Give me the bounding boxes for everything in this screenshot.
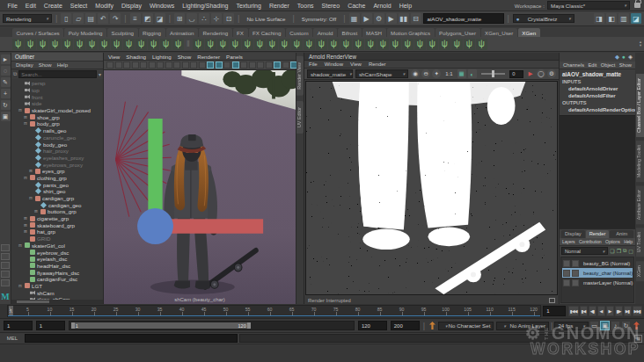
bookmarks-icon[interactable] <box>132 62 139 69</box>
play-backwards-icon[interactable]: ◀ <box>597 306 605 316</box>
pause-ipr-icon[interactable]: ⊖ <box>421 69 430 78</box>
expand-toggle-icon[interactable]: ⊟ <box>28 196 33 200</box>
outliner-item[interactable]: ⊞buttons_grp <box>11 208 103 215</box>
xgen-shelf-tool-icon[interactable]: ψ <box>414 39 426 50</box>
expand-toggle-icon[interactable]: ⊞ <box>23 115 28 119</box>
outliner-item[interactable]: ⊟skaterGirl_col <box>11 243 103 250</box>
range-slider-track[interactable]: 1 120 <box>69 321 355 330</box>
xgen-shelf-tool-icon[interactable]: ψ <box>267 39 278 50</box>
shelf-tab-arnold[interactable]: Arnold <box>313 28 337 37</box>
film-gate-icon[interactable] <box>173 62 180 69</box>
menu-cache[interactable]: Cache <box>344 3 370 9</box>
sidebar-tab-modeling-toolkit[interactable]: Modeling Toolkit <box>636 141 644 182</box>
outliner-item[interactable]: body_geo <box>11 141 103 148</box>
shelf-tab-fx[interactable]: FX <box>233 28 248 37</box>
xgen-shelf-tool-icon[interactable]: ψ <box>49 39 61 50</box>
viewport-menu-show[interactable]: Show <box>178 54 191 60</box>
expand-toggle-icon[interactable]: ⊟ <box>23 121 28 126</box>
shelf-tab-bifrost[interactable]: Bifrost <box>338 28 362 37</box>
outliner-item[interactable]: ⊞cigarette_grp <box>11 215 103 222</box>
outliner-item[interactable]: ⊞shoe_grp <box>11 113 103 120</box>
undo-icon[interactable]: ↶ <box>98 13 108 24</box>
layer-editor-menu-options[interactable]: Options <box>605 239 619 244</box>
xgen-shelf-tool-icon[interactable]: ψ <box>160 39 172 50</box>
shelf-tab-rendering[interactable]: Rendering <box>199 28 232 37</box>
xgen-shelf-tool-icon[interactable]: ψ <box>377 39 389 50</box>
xgen-shelf-tool-icon[interactable]: ψ <box>476 39 487 50</box>
outliner-item[interactable]: persp <box>11 80 103 87</box>
shadows-icon[interactable] <box>240 62 247 69</box>
new-layer-icon[interactable]: ❏ <box>610 248 614 254</box>
xgen-shelf-tool-icon[interactable]: ψ <box>193 39 204 50</box>
layout-single-pane-icon[interactable] <box>1 244 10 251</box>
mute-icon[interactable]: ♪ <box>611 321 620 330</box>
shelf-tab-sculpting[interactable]: Sculpting <box>107 28 137 37</box>
xgen-shelf-tool-icon[interactable]: ψ <box>62 39 73 50</box>
outliner-item[interactable]: pants_geo <box>11 181 103 188</box>
renderview-menu-window[interactable]: Window <box>325 62 343 67</box>
grease-pencil-icon[interactable] <box>157 62 164 69</box>
outliner-item[interactable]: nails_geo <box>11 127 103 134</box>
empty-layer-icon[interactable]: ▢ <box>628 248 633 254</box>
xgen-shelf-tool-icon[interactable]: ψ <box>205 39 216 50</box>
animation-end-field[interactable]: 200 <box>391 321 420 330</box>
shelf-scroll-arrows[interactable]: ▲▼ <box>639 40 642 47</box>
viewport-menu-view[interactable]: View <box>108 54 120 60</box>
move-tool-icon[interactable]: + <box>1 89 11 98</box>
menu-render[interactable]: Render <box>265 3 293 9</box>
shelf-tab-fx-caching[interactable]: FX Caching <box>249 28 285 37</box>
render-image[interactable] <box>305 81 558 295</box>
outliner-item[interactable]: ⊟LGT <box>11 283 103 290</box>
layout-split-tb-icon[interactable] <box>1 271 10 278</box>
layout-outliner-persp-icon[interactable] <box>1 279 10 286</box>
expand-toggle-icon[interactable]: ⊞ <box>33 209 39 214</box>
play-forwards-icon[interactable]: ▶ <box>606 306 614 316</box>
zoom-ratio-button[interactable]: 1:1 <box>443 71 454 76</box>
safe-action-icon[interactable] <box>207 62 214 69</box>
menu-edit[interactable]: Edit <box>21 3 40 9</box>
outliner-item[interactable]: top <box>11 87 103 94</box>
snap-curve-icon[interactable]: ◡ <box>187 13 197 24</box>
sidebar-tab-uv-toolkit[interactable]: UV Toolkit <box>636 228 644 257</box>
fill-icon[interactable] <box>223 62 231 69</box>
layer-editor-menu-layers[interactable]: Layers <box>562 239 574 244</box>
script-editor-icon[interactable]: ▦ <box>634 335 642 343</box>
menu-select[interactable]: Select <box>66 3 91 9</box>
outliner-item[interactable]: ⊟body_grp <box>11 120 103 127</box>
animation-start-field[interactable]: 1 <box>4 321 33 330</box>
multisample-icon[interactable] <box>266 62 273 69</box>
outliner-menu-display[interactable]: Display <box>16 62 33 68</box>
go-to-end-icon[interactable]: ▶▶▮ <box>633 306 642 316</box>
object-details-icon[interactable]: ● <box>622 54 626 61</box>
snapshot-icon[interactable]: ✦ <box>432 69 441 78</box>
layer-editor-tab-display[interactable]: Display <box>561 230 585 238</box>
command-language-toggle[interactable]: MEL <box>2 336 23 341</box>
viewport-menu-renderer[interactable]: Renderer <box>197 54 220 60</box>
render-layer-row[interactable]: beauty_char (Normal) <box>562 268 633 278</box>
channelbox-menu-show[interactable]: Show <box>619 62 632 68</box>
menu-set-selector[interactable]: Rendering▾ <box>3 14 52 23</box>
outliner-item[interactable]: GRID <box>11 235 103 243</box>
outliner-item[interactable]: hair_proxy <box>11 148 103 155</box>
xgen-shelf-tool-icon[interactable]: ψ <box>148 39 159 50</box>
xgen-shelf-tool-icon[interactable]: ψ <box>353 39 364 50</box>
menu-display[interactable]: Display <box>117 3 145 9</box>
character-key-icon[interactable] <box>429 322 435 329</box>
channel-output-item[interactable]: defaultArnoldRenderOptions <box>560 106 635 113</box>
safe-title-icon[interactable] <box>216 62 223 69</box>
layer-renderable-toggle[interactable] <box>572 279 579 286</box>
node-name[interactable]: aiAOV_shadow_matte <box>560 69 635 78</box>
timeline-ruler[interactable]: 1 15101520253035404550556065707580859095… <box>7 305 541 317</box>
ipr-render-icon[interactable]: ▶ <box>362 13 372 24</box>
filter-icon[interactable]: ⧉ <box>13 71 17 77</box>
outliner-item[interactable]: cardiganFur_dsc <box>11 276 103 283</box>
outliner-item[interactable]: flyawayHairs_dsc <box>11 269 103 276</box>
outliner-item[interactable]: cardigan_geo <box>11 201 103 208</box>
outliner-item[interactable]: ⊟cardigan_grp <box>11 195 103 202</box>
shelf-tab-rigging[interactable]: Rigging <box>139 28 165 37</box>
range-slider-handle[interactable]: 1 120 <box>71 322 251 329</box>
expand-toggle-icon[interactable]: ⊞ <box>23 229 28 234</box>
layer-editor-menu-contribution[interactable]: Contribution <box>579 239 602 244</box>
field-chart-icon[interactable] <box>199 62 206 69</box>
shelf-tab-custom[interactable]: Custom <box>286 28 312 37</box>
